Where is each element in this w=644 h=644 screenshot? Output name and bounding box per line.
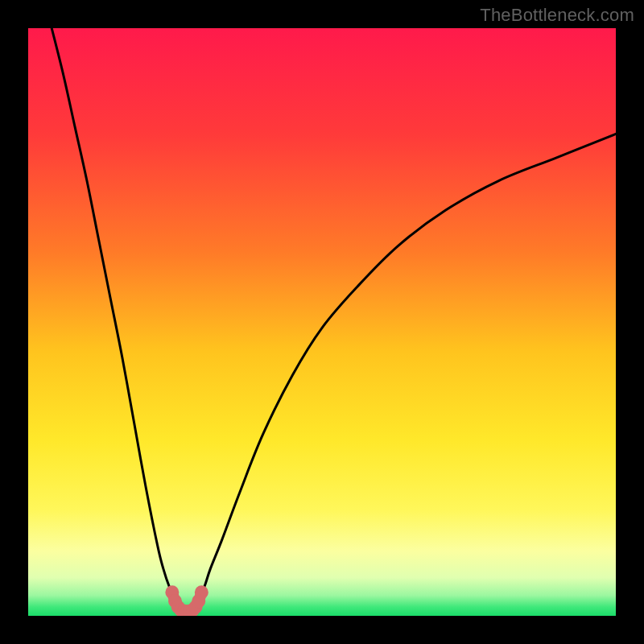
plot-area xyxy=(28,28,616,616)
trough-marker-dot xyxy=(195,585,208,599)
attribution-watermark: TheBottleneck.com xyxy=(480,5,634,26)
chart-svg xyxy=(28,28,616,616)
chart-frame: TheBottleneck.com xyxy=(0,0,644,644)
